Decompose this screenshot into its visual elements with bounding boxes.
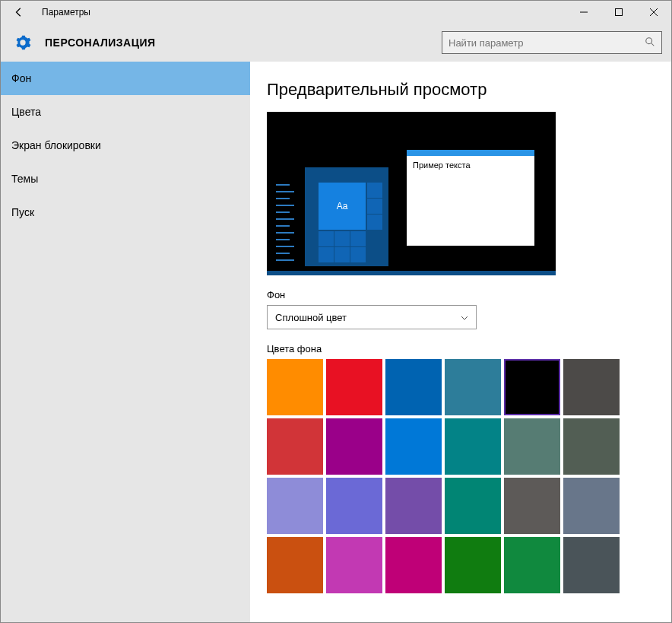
dropdown-value: Сплошной цвет — [275, 312, 347, 323]
back-button[interactable] — [1, 1, 37, 24]
color-swatch[interactable] — [267, 359, 323, 415]
svg-rect-1 — [616, 9, 623, 16]
preview-tile-main: Aa — [319, 183, 366, 230]
color-swatch[interactable] — [445, 537, 501, 593]
color-swatch[interactable] — [504, 478, 560, 534]
color-swatch[interactable] — [267, 478, 323, 534]
color-swatch[interactable] — [267, 537, 323, 593]
sidebar-item-3[interactable]: Темы — [1, 162, 250, 195]
header: ПЕРСОНАЛИЗАЦИЯ — [1, 24, 671, 62]
color-swatch[interactable] — [504, 537, 560, 593]
search-input[interactable] — [449, 37, 645, 49]
color-swatch[interactable] — [563, 418, 620, 475]
color-swatch[interactable] — [563, 478, 620, 534]
background-dropdown[interactable]: Сплошной цвет — [267, 305, 477, 329]
color-swatch[interactable] — [385, 537, 442, 593]
search-box[interactable] — [442, 31, 662, 54]
color-swatch[interactable] — [385, 359, 442, 415]
sidebar-item-1[interactable]: Цвета — [1, 95, 250, 129]
color-swatch[interactable] — [445, 478, 501, 534]
svg-line-5 — [651, 43, 655, 46]
arrow-left-icon — [14, 7, 24, 17]
sidebar-item-0[interactable]: Фон — [1, 62, 250, 95]
search-icon — [645, 37, 655, 49]
minimize-button[interactable] — [566, 1, 601, 24]
color-swatch[interactable] — [326, 359, 382, 415]
close-button[interactable] — [636, 1, 671, 24]
sidebar-item-4[interactable]: Пуск — [1, 195, 250, 229]
window-title: Параметры — [37, 7, 90, 17]
color-swatch[interactable] — [326, 418, 382, 475]
maximize-button[interactable] — [601, 1, 636, 24]
svg-point-4 — [646, 37, 652, 43]
content-area: Предварительный просмотр Aa Пример текст… — [250, 62, 671, 623]
window-controls — [566, 1, 671, 24]
titlebar: Параметры — [1, 1, 671, 24]
color-swatch[interactable] — [563, 537, 620, 593]
page-title: ПЕРСОНАЛИЗАЦИЯ — [45, 37, 156, 49]
maximize-icon — [615, 8, 623, 16]
color-swatch[interactable] — [445, 359, 501, 415]
color-swatch[interactable] — [267, 418, 323, 475]
chevron-down-icon — [461, 313, 468, 322]
preview-sample-window: Пример текста — [407, 150, 534, 246]
sidebar-item-2[interactable]: Экран блокировки — [1, 129, 250, 162]
color-swatch[interactable] — [385, 418, 442, 475]
sidebar: ФонЦветаЭкран блокировкиТемыПуск — [1, 62, 250, 623]
minimize-icon — [580, 8, 588, 16]
background-label: Фон — [267, 289, 655, 300]
color-swatch[interactable] — [504, 418, 560, 475]
gear-icon — [14, 34, 31, 51]
desktop-preview: Aa Пример текста — [267, 112, 556, 275]
color-swatch[interactable] — [445, 418, 501, 475]
swatches-label: Цвета фона — [267, 343, 655, 354]
preview-start-menu: Aa — [305, 167, 388, 266]
color-swatch[interactable] — [326, 478, 382, 534]
color-swatch[interactable] — [504, 359, 560, 415]
color-swatches — [267, 359, 623, 593]
color-swatch[interactable] — [385, 478, 442, 534]
color-swatch[interactable] — [326, 537, 382, 593]
preview-app-list — [276, 184, 299, 266]
preview-heading: Предварительный просмотр — [267, 80, 655, 100]
close-icon — [650, 8, 658, 16]
preview-sample-text: Пример текста — [407, 156, 534, 174]
color-swatch[interactable] — [563, 359, 620, 415]
